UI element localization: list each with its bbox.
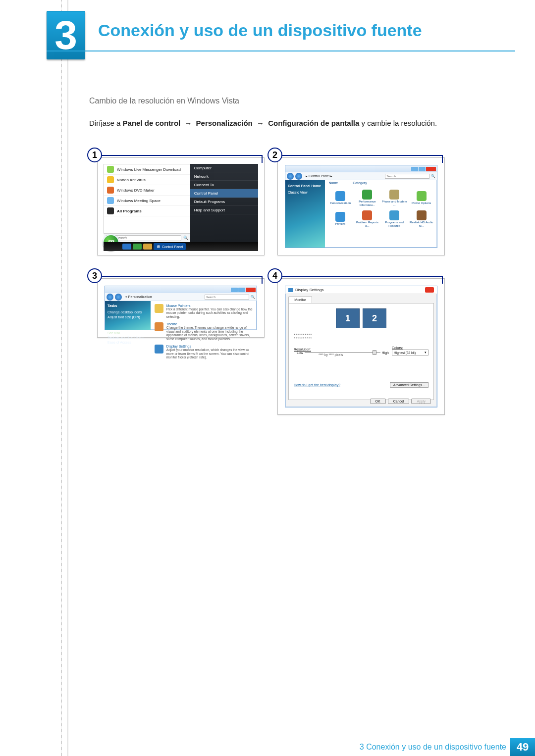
see-also-heading: See also	[107, 331, 148, 335]
apply-button[interactable]: Apply	[411, 399, 431, 404]
maximize-button[interactable]	[238, 288, 245, 292]
start-menu-right-item[interactable]: Network	[190, 172, 258, 181]
explorer-toolbar: « Personalization 🔍	[105, 293, 257, 301]
close-button[interactable]	[426, 167, 436, 171]
start-menu-right-item[interactable]: Connect To	[190, 181, 258, 189]
breadcrumb[interactable]: ▸ Control Panel ▸	[304, 174, 334, 178]
monitor-1[interactable]: 1	[336, 308, 360, 328]
cp-item-problem-reports[interactable]: Problem Reports a...	[354, 209, 380, 229]
start-menu-item[interactable]: Windows Meeting Space	[104, 196, 190, 206]
callout-leader	[102, 276, 263, 277]
quicklaunch-icon[interactable]	[143, 244, 152, 250]
entry-title: Theme	[166, 322, 253, 326]
sidebar-link[interactable]: Taskbar and Start Menu	[107, 335, 148, 340]
sidebar-link[interactable]: Control Panel Home	[288, 183, 322, 188]
printers-icon	[335, 212, 345, 222]
tab-monitor[interactable]: Monitor	[288, 296, 312, 303]
taskbar-app-button[interactable]: 🛠Control Panel	[154, 243, 186, 250]
sidebar-link[interactable]: Ease of Access	[107, 340, 148, 345]
start-menu-item[interactable]: Windows Live Messenger Download	[104, 164, 190, 175]
minimize-button[interactable]	[231, 288, 238, 292]
screenshot-2: 2 ▸ Control Panel ▸ 🔍	[268, 148, 445, 255]
start-menu-right-item[interactable]: Help and Support	[190, 206, 258, 214]
step-callout-2: 2	[268, 148, 282, 162]
cp-item-power[interactable]: Power Options	[408, 188, 434, 208]
cp-item-realtek[interactable]: Realtek HD Audio M...	[408, 209, 434, 229]
dialog-titlebar: Display Settings	[285, 286, 437, 294]
display-settings-dialog: Display Settings Monitor 1 2 ***********…	[283, 284, 439, 409]
start-menu-left-pane: Windows Live Messenger Download Norton A…	[104, 164, 190, 242]
footer-caption: 3 Conexión y uso de un dispositivo fuent…	[360, 743, 506, 752]
window-titlebar	[285, 165, 437, 172]
monitor-preview: 1 2	[336, 308, 386, 328]
callout-leader	[282, 155, 443, 156]
colors-dropdown[interactable]: Highest (32 bit) ▾	[392, 350, 428, 355]
arrow-icon: →	[182, 119, 194, 127]
search-input[interactable]	[205, 295, 249, 300]
cp-item-personalization[interactable]: Personalizati on	[327, 188, 354, 208]
page-side-rule-inner	[67, 0, 68, 756]
start-menu-item[interactable]: Norton AntiVirus	[104, 175, 190, 185]
phone-icon	[389, 190, 399, 200]
personalization-entry[interactable]: Display Settings Adjust your monitor res…	[155, 345, 253, 359]
sidebar-link[interactable]: Change desktop icons	[107, 309, 148, 314]
close-button[interactable]	[246, 288, 256, 292]
step-callout-3: 3	[87, 268, 102, 283]
minimize-button[interactable]	[411, 167, 418, 171]
search-icon[interactable]: 🔍	[251, 295, 255, 299]
colors-value: Highest (32 bit)	[394, 351, 416, 354]
step-callout-1: 1	[87, 148, 102, 162]
chevron-right-icon	[107, 207, 114, 214]
personalization-entry[interactable]: Theme Change the theme. Themes can chang…	[155, 322, 253, 341]
start-menu-item-label: Windows Meeting Space	[117, 199, 160, 203]
start-menu-right-item[interactable]: Computer	[190, 164, 258, 172]
theme-icon	[155, 322, 163, 331]
page-number-badge: 49	[510, 738, 535, 756]
start-menu-item[interactable]: Windows DVD Maker	[104, 185, 190, 196]
nav-forward-icon[interactable]	[115, 294, 122, 301]
start-menu-right-pane: Computer Network Connect To Control Pane…	[190, 164, 258, 242]
search-icon[interactable]: 🔍	[183, 236, 190, 240]
cp-item-programs[interactable]: Programs and Features	[381, 209, 408, 229]
ok-button[interactable]: OK	[370, 399, 386, 404]
nav-forward-icon[interactable]	[295, 173, 302, 180]
personalization-entry[interactable]: Mouse Pointers Pick a different mouse po…	[155, 304, 253, 318]
sidebar-link[interactable]: Classic View	[288, 190, 322, 195]
help-link[interactable]: How do I get the best display?	[294, 383, 340, 387]
cp-item-printers[interactable]: Printers	[327, 209, 354, 229]
nav-back-icon[interactable]	[107, 294, 113, 301]
callout-leader	[102, 155, 263, 156]
start-menu-all-programs[interactable]: All Programs	[104, 206, 190, 216]
close-button[interactable]	[425, 287, 434, 293]
advanced-settings-button[interactable]: Advanced Settings...	[390, 382, 428, 388]
slider-thumb[interactable]	[373, 350, 376, 355]
search-input[interactable]	[385, 174, 429, 179]
cp-item-label: Personalizati on	[330, 202, 351, 204]
search-icon[interactable]: 🔍	[431, 174, 435, 178]
cp-item-label: Phone and Modem ...	[381, 200, 408, 206]
column-header-name[interactable]: Name	[329, 181, 338, 185]
nav-back-icon[interactable]	[287, 173, 294, 180]
sidebar-link[interactable]: Adjust font size (DPI)	[107, 314, 148, 319]
cp-item-label: Realtek HD Audio M...	[408, 221, 434, 227]
personalization-sidebar: Tasks Change desktop icons Adjust font s…	[105, 301, 151, 330]
cp-item-phone[interactable]: Phone and Modem ...	[381, 188, 408, 208]
breadcrumb[interactable]: « Personalization	[123, 295, 154, 299]
maximize-button[interactable]	[419, 167, 426, 171]
quicklaunch-icon[interactable]	[122, 244, 131, 250]
cp-item-label: Power Options	[412, 202, 431, 204]
personalization-main: Mouse Pointers Pick a different mouse po…	[151, 301, 257, 330]
quicklaunch-icon[interactable]	[133, 244, 142, 250]
monitor-2[interactable]: 2	[363, 308, 386, 328]
entry-title: Mouse Pointers	[166, 304, 253, 307]
start-menu-right-item[interactable]: Default Programs	[190, 198, 258, 206]
cancel-button[interactable]: Cancel	[388, 399, 410, 404]
column-header-category[interactable]: Category	[353, 181, 367, 185]
start-menu-right-item-highlighted[interactable]: Control Panel	[190, 189, 258, 198]
screenshot-frame: Windows Live Messenger Download Norton A…	[97, 157, 265, 255]
cp-item-performance[interactable]: Performance Informatio...	[354, 188, 380, 208]
entry-description: Pick a different mouse pointer. You can …	[166, 307, 253, 318]
control-panel-icon-grid: Personalizati on Performance Informatio.…	[325, 186, 437, 248]
chapter-header: 3 Conexión y uso de un dispositivo fuent…	[47, 11, 515, 59]
resolution-readout: **** by **** pixels	[319, 353, 343, 356]
